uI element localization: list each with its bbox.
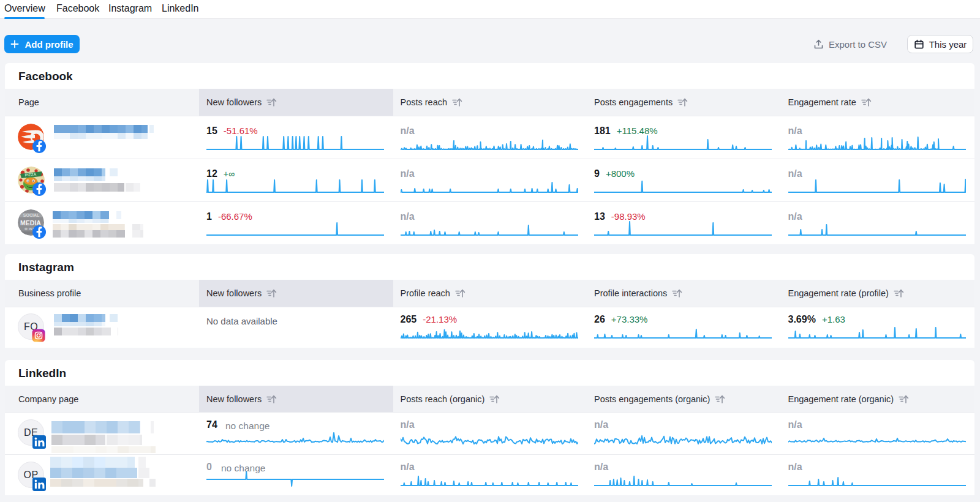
svg-text:SOCIAL: SOCIAL <box>23 213 40 217</box>
svg-text:PIZZA: PIZZA <box>24 172 37 177</box>
